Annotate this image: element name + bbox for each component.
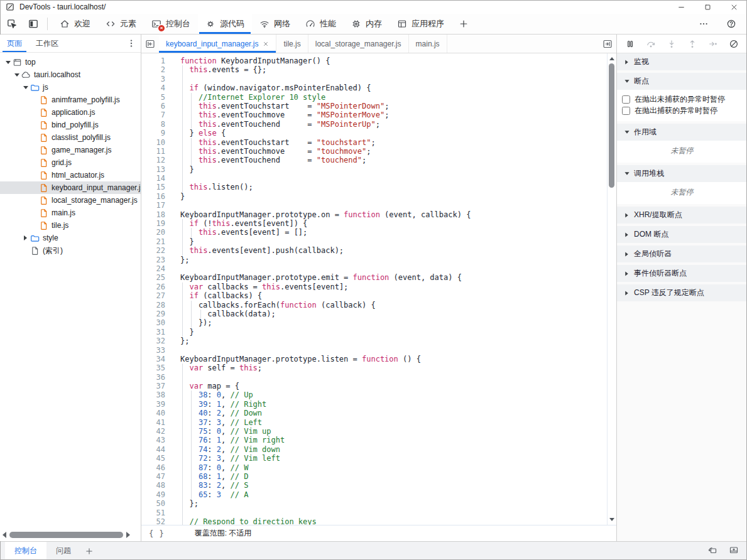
line-number[interactable]: 31 <box>141 328 172 337</box>
section-header-csp-violation-breakpoints[interactable]: CSP 违反了规定断点 <box>617 284 747 301</box>
line-number[interactable]: 16 <box>141 192 172 201</box>
line-number[interactable]: 48 <box>141 481 172 490</box>
expander-open[interactable] <box>13 73 21 77</box>
tree-item-top[interactable]: top <box>0 56 141 68</box>
line-number[interactable]: 23 <box>141 256 172 264</box>
scroll-left-arrow[interactable] <box>3 532 6 538</box>
section-header-global-listeners[interactable]: 全局侦听器 <box>617 245 747 262</box>
vscrollbar-thumb[interactable] <box>609 63 614 188</box>
section-header-call-stack[interactable]: 调用堆栈 <box>617 165 747 182</box>
editor-tab-keyboard_input_manager.js[interactable]: keyboard_input_manager.js <box>159 35 276 53</box>
editor-tab-tile.js[interactable]: tile.js <box>276 35 308 53</box>
scroll-right-arrow[interactable] <box>126 532 130 538</box>
line-number[interactable]: 24 <box>141 264 172 273</box>
line-number[interactable]: 40 <box>141 409 172 417</box>
add-drawer-tab-button[interactable] <box>80 542 98 560</box>
expand-drawer-button[interactable] <box>729 545 739 557</box>
scroll-down-arrow[interactable] <box>609 518 614 521</box>
tree-item-style[interactable]: style <box>0 232 141 244</box>
line-number[interactable]: 47 <box>141 472 172 481</box>
tree-item-application.js[interactable]: application.js <box>0 106 141 119</box>
drawer-tab-issues[interactable]: 问题 <box>46 542 80 560</box>
line-number[interactable]: 8 <box>141 120 172 129</box>
tab-elements[interactable]: 元素 <box>98 14 144 34</box>
tree-item-tauri.localhost[interactable]: tauri.localhost <box>0 68 141 81</box>
help-button[interactable] <box>722 15 741 33</box>
tree-item-js[interactable]: js <box>0 81 141 94</box>
add-panel-button[interactable] <box>454 15 473 33</box>
line-number[interactable]: 41 <box>141 418 172 427</box>
pause-exception-option[interactable]: 在抛出捕获的异常时暂停 <box>617 105 747 116</box>
line-number[interactable]: 27 <box>141 291 172 300</box>
close-tab-icon[interactable] <box>263 41 269 47</box>
tree-item-tile.js[interactable]: tile.js <box>0 219 141 232</box>
tree-item-game_manager.js[interactable]: game_manager.js <box>0 144 141 156</box>
tree-item-bind_polyfill.js[interactable]: bind_polyfill.js <box>0 119 141 131</box>
line-number[interactable]: 11 <box>141 147 172 156</box>
line-number[interactable]: 51 <box>141 509 172 517</box>
line-number[interactable]: 52 <box>141 517 172 525</box>
section-header-xhr-breakpoints[interactable]: XHR/提取断点 <box>617 207 747 223</box>
line-number[interactable]: 17 <box>141 201 172 210</box>
line-number[interactable]: 10 <box>141 138 172 147</box>
section-header-dom-breakpoints[interactable]: DOM 断点 <box>617 226 747 243</box>
exception-checkbox[interactable] <box>622 107 630 115</box>
line-number[interactable]: 4 <box>141 83 172 92</box>
tree-item-local_storage_manager.js[interactable]: local_storage_manager.js <box>0 194 141 207</box>
tree-item-animframe_polyfill.js[interactable]: animframe_polyfill.js <box>0 94 141 106</box>
line-number[interactable]: 34 <box>141 355 172 363</box>
section-header-scope[interactable]: 作用域 <box>617 124 747 141</box>
tab-performance[interactable]: 性能 <box>298 14 344 34</box>
line-number[interactable]: 36 <box>141 373 172 382</box>
line-number[interactable]: 2 <box>141 65 172 74</box>
line-number[interactable]: 20 <box>141 228 172 237</box>
maximize-button[interactable] <box>694 0 721 14</box>
line-number[interactable]: 38 <box>141 390 172 399</box>
deactivate-breakpoints-button[interactable] <box>728 38 740 50</box>
expander-open[interactable] <box>21 86 30 89</box>
line-number[interactable]: 28 <box>141 301 172 310</box>
line-number[interactable]: 21 <box>141 237 172 246</box>
drawer-tab-console[interactable]: 控制台 <box>5 542 46 560</box>
line-number[interactable]: 25 <box>141 273 172 282</box>
line-number[interactable]: 5 <box>141 93 172 102</box>
sidebar-tab-workspace[interactable]: 工作区 <box>29 35 65 52</box>
line-number[interactable]: 18 <box>141 210 172 219</box>
line-number[interactable]: 45 <box>141 454 172 463</box>
line-number[interactable]: 14 <box>141 174 172 183</box>
line-number[interactable]: 32 <box>141 337 172 345</box>
line-number[interactable]: 22 <box>141 246 172 255</box>
line-number[interactable]: 13 <box>141 165 172 174</box>
line-number[interactable]: 26 <box>141 283 172 291</box>
tab-memory[interactable]: 内存 <box>344 14 390 34</box>
tree-item-html_actuator.js[interactable]: html_actuator.js <box>0 169 141 181</box>
line-number[interactable]: 37 <box>141 382 172 390</box>
tree-item-main.js[interactable]: main.js <box>0 207 141 219</box>
hide-navigator-button[interactable] <box>141 35 159 53</box>
hscrollbar-thumb[interactable] <box>9 532 123 538</box>
tab-network[interactable]: 网络 <box>252 14 298 34</box>
expander-closed[interactable] <box>21 235 30 240</box>
pretty-print-button[interactable]: { } <box>149 529 165 538</box>
line-number[interactable]: 39 <box>141 400 172 409</box>
line-number[interactable]: 29 <box>141 310 172 318</box>
tree-item-keyboard_input_manager.js[interactable]: keyboard_input_manager.js <box>0 181 141 194</box>
line-number[interactable]: 3 <box>141 75 172 83</box>
tree-item-classlist_polyfill.js[interactable]: classlist_polyfill.js <box>0 131 141 144</box>
line-number[interactable]: 35 <box>141 363 172 372</box>
section-header-watch[interactable]: 监视 <box>617 53 747 70</box>
more-options-button[interactable] <box>694 15 713 33</box>
pause-button[interactable] <box>624 38 636 50</box>
close-button[interactable] <box>721 0 747 14</box>
show-debugger-button[interactable] <box>599 35 616 53</box>
section-header-event-listener-breakpoints[interactable]: 事件侦听器断点 <box>617 265 747 282</box>
pause-exception-option[interactable]: 在抛出未捕获的异常时暂停 <box>617 94 747 105</box>
tab-welcome[interactable]: 欢迎 <box>52 14 98 34</box>
line-number[interactable]: 6 <box>141 102 172 110</box>
line-number[interactable]: 50 <box>141 499 172 508</box>
line-number[interactable]: 49 <box>141 490 172 499</box>
line-number[interactable]: 19 <box>141 219 172 228</box>
expander-open[interactable] <box>4 61 12 64</box>
line-number[interactable]: 1 <box>141 57 172 65</box>
exception-checkbox[interactable] <box>622 95 630 104</box>
